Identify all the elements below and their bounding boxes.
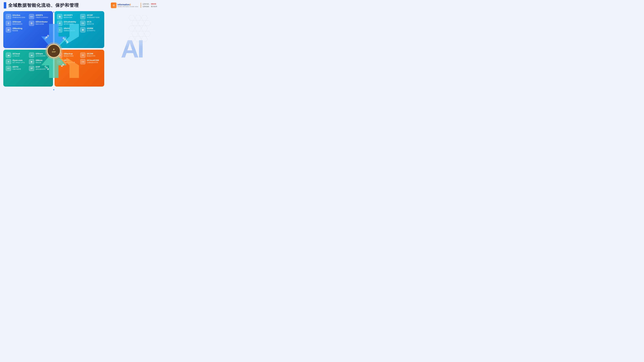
i2vp-desc: 虚拟化备份管理 bbox=[36, 68, 50, 70]
i2vp-info: i2VP 虚拟化备份管理 bbox=[36, 66, 50, 70]
i2nas-name: i2NAS bbox=[64, 27, 78, 30]
i2cloudcdm-icon bbox=[80, 59, 86, 64]
i2ffo-name: i2FFO bbox=[64, 59, 78, 62]
disaster-products: i2COOPY 数据实时复制 i2CDP 持续数据保护与恢复 i2Availab… bbox=[57, 14, 102, 32]
backup-products: i2Backup 数据备份与恢复 i2CDM 数据副本管理 i2FFO 全服务器… bbox=[57, 52, 102, 64]
product-i2drm: i2DRM 容灾管理平台 bbox=[80, 27, 102, 32]
svg-point-30 bbox=[53, 89, 54, 90]
i2backup-icon bbox=[57, 52, 62, 58]
i2move-info: i2Move 系统迁移 bbox=[36, 59, 50, 63]
i2backup-name: i2Backup bbox=[64, 52, 78, 55]
quadrant-disaster: i2COOPY 数据实时复制 i2CDP 持续数据保护与恢复 i2Availab… bbox=[54, 11, 104, 48]
i2cdm-desc: 数据副本管理 bbox=[87, 55, 102, 57]
product-i2availability: i2Availability 高可用灾备管理 bbox=[57, 20, 78, 26]
header-left: 全域数据智能化流动、保护和管理 bbox=[4, 2, 79, 8]
i2share-name: i2Share bbox=[36, 52, 50, 55]
stock-name-label: 证券名称： bbox=[142, 6, 150, 7]
i2hdfs-desc: 大数据平台实时同步 bbox=[36, 17, 50, 18]
i2cdm-info: i2CDM 数据副本管理 bbox=[87, 52, 102, 57]
i2vp-icon bbox=[29, 66, 34, 71]
stock-name-line: 证券名称： 英方软件 bbox=[142, 5, 157, 8]
i2distributor-desc: 数据分发系统 bbox=[36, 23, 50, 25]
quadrant-backup: i2Backup 数据备份与恢复 i2CDM 数据副本管理 i2FFO 全服务器… bbox=[54, 50, 104, 87]
i2cdp-name: i2CDP bbox=[87, 14, 102, 16]
i2dto-name: i2DTO bbox=[12, 66, 27, 68]
i2move-icon bbox=[29, 59, 34, 64]
logo-text-block: information2 Double Information Double V… bbox=[118, 3, 138, 7]
stock-code: 688435 bbox=[151, 3, 156, 5]
i2coopy-desc: 数据实时复制 bbox=[64, 17, 78, 18]
ai-panel: AI bbox=[105, 10, 158, 87]
product-i2yun: i2yun.com 英方 DRaaS 云平台 bbox=[6, 59, 27, 64]
i2active-name: i2Active bbox=[12, 14, 27, 16]
i2ffo-icon bbox=[57, 59, 62, 64]
i2masking-desc: 数据脱敏 bbox=[12, 30, 27, 32]
i2coopy-info: i2COOPY 数据实时复制 bbox=[64, 14, 78, 18]
i2hdfs-icon bbox=[29, 14, 34, 19]
i2share-info: i2Share 文件共享和管理 bbox=[36, 52, 50, 57]
i2ffo-info: i2FFO 全服务器备份管理 bbox=[64, 59, 78, 63]
i2cs-icon bbox=[80, 20, 86, 26]
product-i2backup: i2Backup 数据备份与恢复 bbox=[57, 52, 78, 58]
svg-marker-6 bbox=[128, 26, 135, 31]
bigdata-products: i2Active 同构数据库双活复制 i2HDFS 大数据平台实时同步 i2St… bbox=[6, 14, 50, 32]
i2active-icon bbox=[6, 14, 11, 19]
svg-marker-1 bbox=[135, 15, 141, 20]
i2yun-icon bbox=[6, 59, 11, 64]
logo-tagline: Double Information Double Value bbox=[118, 6, 138, 7]
i2backup-desc: 数据备份与恢复 bbox=[64, 55, 78, 57]
i2cloud-name: i2Cloud bbox=[12, 52, 27, 55]
product-i2hdfs: i2HDFS 大数据平台实时同步 bbox=[29, 14, 50, 19]
i2distributor-info: i2Distributor 数据分发系统 bbox=[36, 20, 50, 25]
quadrant-cloud: i2Cloud 云灾备运营 i2Share 文件共享和管理 i2yun.com … bbox=[3, 50, 53, 87]
i2move-desc: 系统迁移 bbox=[36, 62, 50, 64]
logo-icon: i2 bbox=[111, 2, 116, 8]
i2cloudcdm-info: i2CloudCDM 云端数据副本管理 bbox=[87, 59, 102, 63]
product-i2cdm: i2CDM 数据副本管理 bbox=[80, 52, 102, 58]
i2coopy-name: i2COOPY bbox=[64, 14, 78, 16]
i2drm-icon bbox=[80, 27, 86, 32]
i2cs-desc: 集群高可用 bbox=[87, 23, 102, 25]
ai-display-text: AI bbox=[121, 34, 143, 63]
svg-marker-8 bbox=[141, 26, 148, 31]
product-i2distributor: i2Distributor 数据分发系统 bbox=[29, 20, 50, 26]
cloud-products: i2Cloud 云灾备运营 i2Share 文件共享和管理 i2yun.com … bbox=[6, 52, 50, 71]
svg-marker-3 bbox=[132, 20, 138, 26]
product-i2masking: i2Masking 数据脱敏 bbox=[6, 27, 27, 32]
product-i2cs: i2CS 集群高可用 bbox=[80, 20, 102, 26]
i2drm-name: i2DRM bbox=[87, 27, 102, 30]
i2yun-name: i2yun.com bbox=[12, 59, 27, 62]
product-i2stream: i2Stream 数据流复制管理 bbox=[6, 20, 27, 26]
i2hdfs-name: i2HDFS bbox=[36, 14, 50, 16]
i2cloudcdm-name: i2CloudCDM bbox=[87, 59, 102, 62]
i2cs-name: i2CS bbox=[87, 20, 102, 23]
quadrant-bigdata: i2Active 同构数据库双活复制 i2HDFS 大数据平台实时同步 i2St… bbox=[3, 11, 53, 48]
i2cdp-desc: 持续数据保护与恢复 bbox=[87, 17, 102, 18]
i2masking-name: i2Masking bbox=[12, 27, 27, 30]
i2stream-name: i2Stream bbox=[12, 20, 27, 23]
i2stream-desc: 数据流复制管理 bbox=[12, 23, 27, 25]
product-i2move: i2Move 系统迁移 bbox=[29, 59, 50, 64]
i2yun-desc: 英方 DRaaS 云平台 bbox=[12, 62, 27, 64]
i2dto-icon bbox=[6, 66, 11, 71]
product-i2vp: i2VP 虚拟化备份管理 bbox=[29, 66, 50, 71]
logo-area: i2 information2 Double Information Doubl… bbox=[111, 2, 138, 8]
i2drm-info: i2DRM 容灾管理平台 bbox=[87, 27, 102, 31]
i2cs-info: i2CS 集群高可用 bbox=[87, 20, 102, 25]
page-title: 全域数据智能化流动、保护和管理 bbox=[8, 2, 79, 8]
i2nas-icon bbox=[57, 27, 62, 32]
i2coopy-icon bbox=[57, 14, 62, 19]
i2cdm-name: i2CDM bbox=[87, 52, 102, 55]
i2distributor-icon bbox=[29, 20, 34, 26]
i2share-icon bbox=[29, 52, 34, 58]
stock-code-line: 证券代码： 688435 bbox=[142, 3, 157, 5]
i2vp-name: i2VP bbox=[36, 66, 50, 68]
stock-info: 证券代码： 688435 证券名称： 英方软件 bbox=[141, 3, 157, 8]
i2availability-desc: 高可用灾备管理 bbox=[64, 23, 78, 25]
svg-marker-5 bbox=[144, 20, 150, 26]
i2cdm-icon bbox=[80, 52, 86, 58]
product-i2active: i2Active 同构数据库双活复制 bbox=[6, 14, 27, 19]
product-i2cloudcdm: i2CloudCDM 云端数据副本管理 bbox=[80, 59, 102, 64]
product-i2coopy: i2COOPY 数据实时复制 bbox=[57, 14, 78, 19]
i2stream-icon bbox=[6, 20, 11, 26]
